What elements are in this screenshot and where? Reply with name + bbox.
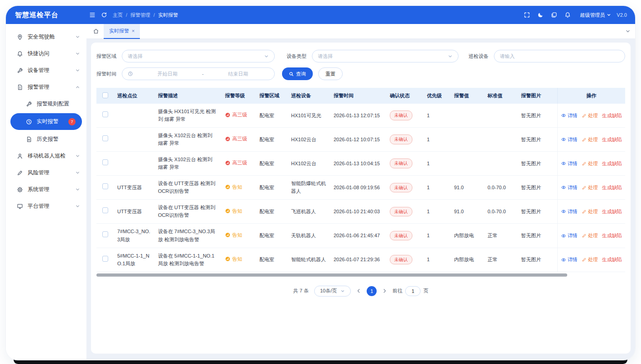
value-cell: 91.0 <box>450 176 484 200</box>
column-header: 确认状态 <box>386 88 423 104</box>
generate-defect-link[interactable]: 生成缺陷 <box>602 184 622 192</box>
version-label: V2.0 <box>617 12 627 18</box>
breadcrumb-home[interactable]: 主页 <box>113 12 123 19</box>
row-checkbox[interactable] <box>102 159 108 165</box>
sidebar-item-system-mgmt[interactable]: 系统管理 <box>6 181 86 198</box>
dark-mode-moon-icon[interactable] <box>535 9 546 21</box>
breadcrumb-alarm-mgmt[interactable]: 报警管理 <box>130 12 150 19</box>
area-cell: 配电室 <box>256 152 287 176</box>
prev-page-icon[interactable] <box>356 288 361 293</box>
handle-link[interactable]: 处理 <box>582 112 598 120</box>
layers-icon[interactable] <box>548 9 560 21</box>
sidebar-item-label: 历史报警 <box>37 135 80 143</box>
detail-link[interactable]: 详情 <box>561 112 578 120</box>
horizontal-scrollbar[interactable] <box>96 273 567 277</box>
row-checkbox[interactable] <box>102 207 108 213</box>
select-all-checkbox[interactable] <box>102 92 108 98</box>
priority-cell: 1 <box>423 176 450 200</box>
table-header-row: 巡检点位报警描述报警等级报警区域巡检设备报警时间确认状态优先级报警值标准值报警图… <box>96 88 625 104</box>
generate-defect-link[interactable]: 生成缺陷 <box>602 160 622 168</box>
device-cell: 智能防爆轮式机器人 <box>287 176 330 200</box>
generate-defect-link[interactable]: 生成缺陷 <box>602 112 622 120</box>
page-size-select[interactable]: 10条/页 <box>314 286 351 297</box>
device-cell: HX101可见光 <box>287 104 330 128</box>
chevron-down-icon <box>75 68 80 73</box>
screen: 智慧巡检平台 主页 / 报警管理 / 实时报警 <box>0 0 641 364</box>
sidebar-item-platform-mgmt[interactable]: 平台管理 <box>6 198 86 215</box>
tab-close-icon[interactable]: × <box>132 28 134 34</box>
row-checkbox[interactable] <box>102 111 108 117</box>
sidebar-item-alarm-rule-config[interactable]: 报警规则配置 <box>6 96 86 112</box>
detail-link[interactable]: 详情 <box>561 160 578 168</box>
detail-link[interactable]: 详情 <box>561 256 578 263</box>
sidebar-item-device-mgmt[interactable]: 设备管理 <box>6 62 86 79</box>
alarm-time-range-picker[interactable]: 开始日期 - 结束日期 <box>122 67 275 80</box>
inspect-device-input[interactable]: 请输入 <box>494 50 625 62</box>
generate-defect-link[interactable]: 生成缺陷 <box>602 232 622 239</box>
reset-button[interactable]: 重置 <box>318 67 343 80</box>
device-type-select[interactable]: 请选择 <box>312 50 459 62</box>
generate-defect-link[interactable]: 生成缺陷 <box>602 208 622 216</box>
handle-link[interactable]: 处理 <box>582 256 598 263</box>
eye-icon <box>561 257 566 263</box>
sidebar-item-realtime-alarm[interactable]: 实时报警7 <box>10 113 82 130</box>
detail-link[interactable]: 详情 <box>561 184 578 192</box>
device-cell: HX102云台 <box>287 128 330 152</box>
handle-link[interactable]: 处理 <box>582 136 598 144</box>
status-cell: 未确认 <box>386 248 423 272</box>
fullscreen-icon[interactable] <box>521 9 533 21</box>
column-header: 操作 <box>557 88 625 104</box>
wrench-icon <box>26 101 33 107</box>
wrench-icon <box>17 67 24 74</box>
alarm-area-select[interactable]: 请选择 <box>122 50 275 62</box>
table-row: 摄像头 X102云台 检测到 烟雾 异常高三级配电室HX102云台2026-01… <box>96 152 625 176</box>
row-checkbox[interactable] <box>102 183 108 189</box>
detail-link[interactable]: 详情 <box>561 208 578 216</box>
time-cell: 2026-01-13 12:07:15 <box>330 104 386 128</box>
app-window: 智慧巡检平台 主页 / 报警管理 / 实时报警 <box>6 6 635 360</box>
sidebar-item-safety-cockpit[interactable]: 安全驾驶舱 <box>6 29 86 45</box>
standard-cell: 0.0-70.0 <box>484 176 517 200</box>
row-checkbox[interactable] <box>102 231 108 237</box>
tab-realtime-alarm[interactable]: 实时报警 × <box>104 24 140 39</box>
eye-icon <box>561 137 566 142</box>
device-cell: 飞巡机器人 <box>287 200 330 224</box>
detail-link[interactable]: 详情 <box>561 232 578 239</box>
image-cell: 暂无图片 <box>517 200 557 224</box>
user-menu[interactable]: 超级管理员 <box>580 12 611 19</box>
handle-link[interactable]: 处理 <box>582 184 598 192</box>
generate-defect-link[interactable]: 生成缺陷 <box>602 136 622 144</box>
handle-link[interactable]: 处理 <box>582 208 598 216</box>
level-cell: 告知 <box>221 176 256 200</box>
home-icon[interactable] <box>93 28 99 34</box>
tabbar-chevron-down-icon[interactable] <box>625 29 631 34</box>
status-badge: 未确认 <box>390 255 412 265</box>
row-checkbox[interactable] <box>102 135 108 141</box>
handle-link[interactable]: 处理 <box>582 160 598 168</box>
refresh-icon[interactable] <box>98 9 110 21</box>
value-cell <box>450 104 484 128</box>
sidebar-item-quick-access[interactable]: 快捷访问 <box>6 45 86 62</box>
breadcrumb-realtime-alarm: 实时报警 <box>158 12 178 19</box>
handle-link[interactable]: 处理 <box>582 232 598 239</box>
point-cell <box>114 152 154 176</box>
standard-cell: 正常 <box>484 248 517 272</box>
search-button[interactable]: 查询 <box>282 67 313 80</box>
goto-page-input[interactable]: 1 <box>405 286 421 296</box>
app-title: 智慧巡检平台 <box>15 11 86 19</box>
row-checkbox[interactable] <box>102 256 108 262</box>
generate-defect-link[interactable]: 生成缺陷 <box>602 256 622 263</box>
pin-icon <box>17 34 24 40</box>
page-number-button[interactable]: 1 <box>367 286 377 296</box>
sidebar-item-robot-inspection[interactable]: 移动机器人巡检 <box>6 148 86 164</box>
sidebar-item-risk-mgmt[interactable]: 风险管理 <box>6 164 86 181</box>
collapse-menu-icon[interactable] <box>86 9 98 21</box>
status-badge: 未确认 <box>390 158 412 168</box>
sidebar-item-alarm-mgmt[interactable]: 报警管理 <box>6 79 86 96</box>
detail-link[interactable]: 详情 <box>561 136 578 144</box>
sidebar-item-history-alarm[interactable]: 历史报警 <box>6 131 86 148</box>
notification-bell-icon[interactable] <box>562 9 574 21</box>
next-page-icon[interactable] <box>382 288 387 293</box>
column-header: 报警描述 <box>154 88 221 104</box>
chevron-up-icon <box>75 85 80 90</box>
